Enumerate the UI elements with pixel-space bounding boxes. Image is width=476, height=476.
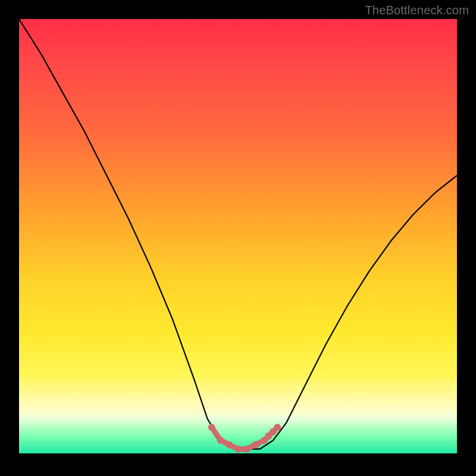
marker-dot [252, 441, 259, 448]
marker-dot [226, 441, 233, 448]
marker-dot [274, 424, 281, 431]
bottleneck-curve-path [19, 19, 457, 449]
curve-markers [208, 424, 281, 453]
watermark-text: TheBottleneck.com [365, 4, 469, 17]
chart-frame: TheBottleneck.com [0, 0, 476, 476]
marker-dot [217, 437, 224, 444]
marker-dot [243, 446, 250, 453]
marker-dot [208, 424, 215, 431]
marker-dot [234, 446, 242, 453]
bottleneck-curve-svg [19, 19, 457, 453]
